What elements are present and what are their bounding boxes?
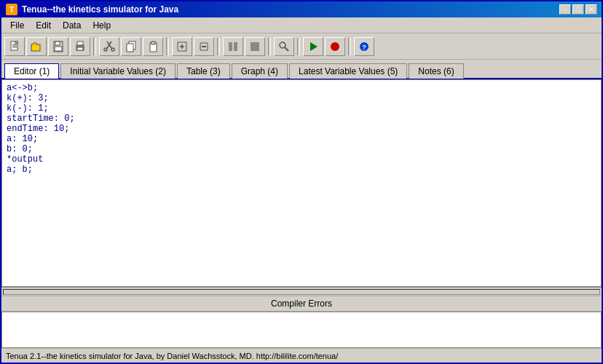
separator-5 <box>297 38 300 55</box>
svg-rect-16 <box>127 44 133 52</box>
title-bar: T Tenua--the kinetics simulator for Java… <box>1 1 602 17</box>
run-button-1[interactable] <box>223 37 243 56</box>
separator-3 <box>217 38 220 55</box>
svg-rect-18 <box>151 41 155 44</box>
svg-rect-10 <box>77 47 83 50</box>
app-icon: T <box>6 4 17 15</box>
separator-6 <box>348 38 351 55</box>
cut-button[interactable] <box>99 37 119 56</box>
svg-rect-4 <box>31 44 40 51</box>
save-button[interactable] <box>48 37 68 56</box>
menu-help[interactable]: Help <box>87 19 117 32</box>
tab-editor[interactable]: Editor (1) <box>4 63 59 79</box>
separator-2 <box>166 38 169 55</box>
compiler-content <box>1 312 602 348</box>
svg-point-30 <box>331 42 339 51</box>
status-text: Tenua 2.1--the kinetics simulator for Ja… <box>6 352 338 360</box>
svg-rect-6 <box>55 41 60 45</box>
menu-edit[interactable]: Edit <box>30 19 57 32</box>
separator-1 <box>93 38 96 55</box>
stop-button[interactable] <box>325 37 345 56</box>
tab-graph[interactable]: Graph (4) <box>232 63 288 79</box>
content-area: a<->b; k(+): 3; k(-): 1; startTime: 0; e… <box>1 79 602 348</box>
main-window: T Tenua--the kinetics simulator for Java… <box>0 0 603 364</box>
svg-rect-7 <box>55 47 62 51</box>
tab-latest-values[interactable]: Latest Variable Values (5) <box>289 63 407 79</box>
window-title: Tenua--the kinetics simulator for Java <box>22 4 178 15</box>
tab-table[interactable]: Table (3) <box>177 63 230 79</box>
status-bar: Tenua 2.1--the kinetics simulator for Ja… <box>1 348 602 363</box>
play-button[interactable] <box>303 37 323 56</box>
svg-text:?: ? <box>362 44 366 51</box>
run-button-2[interactable] <box>245 37 265 56</box>
maximize-button[interactable]: □ <box>572 4 584 15</box>
svg-rect-9 <box>77 41 83 45</box>
search-button[interactable] <box>274 37 294 56</box>
svg-rect-26 <box>251 42 259 51</box>
svg-line-28 <box>285 47 288 51</box>
title-controls: ─ □ ✕ <box>559 4 597 15</box>
paste-button[interactable] <box>143 37 163 56</box>
compile-button-1[interactable] <box>172 37 192 56</box>
compiler-header: Compiler Errors <box>1 296 602 312</box>
minimize-button[interactable]: ─ <box>559 4 571 15</box>
copy-button[interactable] <box>121 37 141 56</box>
compile-button-2[interactable] <box>194 37 214 56</box>
svg-rect-24 <box>229 42 232 51</box>
menu-bar: File Edit Data Help <box>1 17 602 33</box>
menu-file[interactable]: File <box>4 19 30 32</box>
horizontal-scrollbar[interactable] <box>1 287 602 296</box>
tab-bar: Editor (1) Initial Variable Values (2) T… <box>1 60 602 79</box>
title-bar-left: T Tenua--the kinetics simulator for Java <box>6 4 178 15</box>
close-button[interactable]: ✕ <box>586 4 597 15</box>
tab-notes[interactable]: Notes (6) <box>409 63 463 79</box>
editor-content[interactable]: a<->b; k(+): 3; k(-): 1; startTime: 0; e… <box>1 79 602 287</box>
tab-initial-values[interactable]: Initial Variable Values (2) <box>60 63 176 79</box>
print-button[interactable] <box>70 37 90 56</box>
help-button[interactable]: ? <box>354 37 374 56</box>
menu-data[interactable]: Data <box>57 19 87 32</box>
toolbar: ? <box>1 33 602 60</box>
svg-point-14 <box>111 48 114 51</box>
svg-point-13 <box>104 48 107 51</box>
svg-marker-29 <box>310 42 318 51</box>
separator-4 <box>268 38 271 55</box>
svg-point-27 <box>280 42 285 48</box>
svg-rect-25 <box>234 42 237 51</box>
open-button[interactable] <box>26 37 47 56</box>
compiler-section: Compiler Errors <box>1 296 602 348</box>
new-button[interactable] <box>4 37 25 56</box>
scrollbar-track[interactable] <box>3 289 600 295</box>
